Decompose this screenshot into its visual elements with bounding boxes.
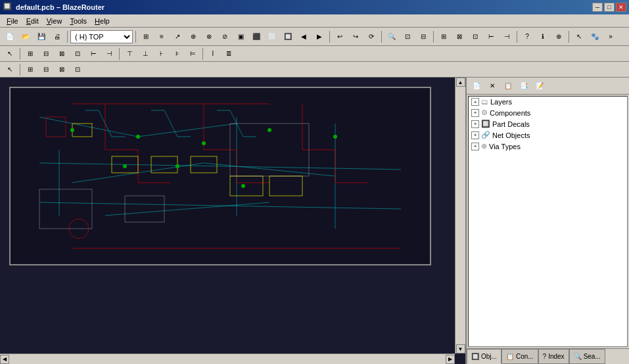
- save-button[interactable]: 💾: [34, 30, 49, 44]
- rp-tab-obj[interactable]: 🔲 Obj...: [467, 349, 501, 364]
- layer-select[interactable]: ( H) TOP ( H) BOTTOM INNER1: [70, 30, 133, 43]
- vscroll-up[interactable]: ▲: [456, 78, 465, 87]
- t2-btn6[interactable]: ⊣: [102, 47, 116, 61]
- t3-btn4[interactable]: ⊡: [70, 62, 85, 77]
- zoom-btn[interactable]: 🔍: [384, 30, 399, 44]
- tb3-btn8[interactable]: ⬛: [249, 30, 264, 44]
- tb3-btn1[interactable]: ⊞: [139, 30, 153, 44]
- pcb-board-svg: [7, 84, 440, 281]
- design-tree[interactable]: + 🗂 Layers + ⚙ Components + 🔲 Part Decal…: [468, 96, 628, 347]
- help-btn[interactable]: ?: [520, 30, 534, 44]
- open-button[interactable]: 📂: [18, 30, 33, 44]
- menu-edit[interactable]: Edit: [22, 16, 43, 26]
- zoom-fit[interactable]: ⊡: [400, 30, 415, 44]
- menu-help[interactable]: Help: [91, 16, 114, 26]
- t2-btn2[interactable]: ⊟: [39, 47, 53, 61]
- t2-btn9[interactable]: ⊦: [154, 47, 168, 61]
- t2-btn5[interactable]: ⊢: [86, 47, 101, 61]
- main-layout: ▲ ▼ ◀ ▶ 📄 ✕ 📋 📑 📝 + 🗂 Layers: [0, 78, 629, 364]
- t2-btn13[interactable]: ≣: [221, 47, 236, 61]
- decals-expander[interactable]: +: [471, 120, 479, 128]
- menu-view[interactable]: View: [43, 16, 66, 26]
- redo-button[interactable]: ↪: [348, 30, 363, 44]
- canvas-hscrollbar[interactable]: ◀ ▶: [0, 353, 455, 364]
- tb3-btn4[interactable]: ⊕: [186, 30, 200, 44]
- t2-btn3[interactable]: ⊠: [55, 47, 69, 61]
- rp-btn1[interactable]: 📄: [469, 79, 484, 93]
- extra-btn1[interactable]: 🐾: [588, 30, 602, 44]
- components-label: Components: [490, 109, 530, 117]
- rp-tab-index[interactable]: ? Index: [538, 349, 569, 364]
- toolbar-1: 📄 📂 💾 🖨 ( H) TOP ( H) BOTTOM INNER1 ⊞ ≡ …: [0, 28, 629, 46]
- t2-btn12[interactable]: I: [206, 47, 220, 61]
- tree-item-components[interactable]: + ⚙ Components: [469, 107, 627, 118]
- cursor-btn[interactable]: ↖: [572, 30, 586, 44]
- tb3-btn7[interactable]: ▣: [233, 30, 248, 44]
- t2-btn1[interactable]: ⊞: [23, 47, 37, 61]
- info-btn1[interactable]: ℹ: [536, 30, 550, 44]
- rp-tab-search[interactable]: 🔍 Sea...: [569, 349, 605, 364]
- close-button[interactable]: ✕: [616, 3, 626, 12]
- rp-btn2[interactable]: 📋: [501, 79, 515, 93]
- sep1: [67, 31, 68, 43]
- tree-item-layers[interactable]: + 🗂 Layers: [469, 97, 627, 107]
- vscroll-down[interactable]: ▼: [456, 344, 465, 353]
- svg-rect-0: [10, 87, 431, 265]
- t3-btn2[interactable]: ⊟: [39, 62, 53, 77]
- undo-button[interactable]: ↩: [333, 30, 347, 44]
- t2-btn11[interactable]: ⊨: [185, 47, 200, 61]
- tb3-btn2[interactable]: ≡: [154, 30, 169, 44]
- svg-point-22: [268, 128, 271, 132]
- sep7: [569, 31, 569, 43]
- t3-btn3[interactable]: ⊠: [55, 62, 69, 77]
- app-icon: 🔲: [3, 2, 13, 12]
- tb3-btn9[interactable]: ⬜: [265, 30, 279, 44]
- tree-item-objects[interactable]: + 🔗 Net Objects: [469, 129, 627, 141]
- rp-close[interactable]: ✕: [485, 79, 500, 93]
- rp-tab-con[interactable]: 📋 Con...: [501, 349, 538, 364]
- route-btn1[interactable]: ⊞: [436, 30, 451, 44]
- minimize-button[interactable]: ─: [592, 3, 603, 12]
- tree-item-decals[interactable]: + 🔲 Part Decals: [469, 118, 627, 129]
- hscroll-right[interactable]: ▶: [446, 355, 455, 364]
- tb3-btn6[interactable]: ⊘: [218, 30, 232, 44]
- t2-btn10[interactable]: ⊧: [170, 47, 184, 61]
- maximize-button[interactable]: □: [604, 3, 615, 12]
- print-button[interactable]: 🖨: [50, 30, 64, 44]
- route-btn3[interactable]: ⊡: [468, 30, 482, 44]
- layers-expander[interactable]: +: [471, 98, 479, 106]
- zoom-win[interactable]: ⊟: [416, 30, 431, 44]
- tree-item-types[interactable]: + ⊕ Via Types: [469, 141, 627, 152]
- t3-btn1[interactable]: ⊞: [23, 62, 37, 77]
- menu-tools[interactable]: Tools: [66, 16, 91, 26]
- info-btn2[interactable]: ⊕: [551, 30, 566, 44]
- svg-point-24: [123, 164, 127, 168]
- t2-btn4[interactable]: ⊡: [70, 47, 85, 61]
- tb3-btn12[interactable]: ▶: [312, 30, 327, 44]
- rp-btn4[interactable]: 📝: [532, 79, 547, 93]
- select-btn[interactable]: ↖: [3, 47, 17, 61]
- hscroll-left[interactable]: ◀: [0, 355, 9, 364]
- more-btn[interactable]: »: [603, 30, 618, 44]
- right-panel-toolbar: 📄 ✕ 📋 📑 📝: [467, 78, 629, 95]
- new-button[interactable]: 📄: [3, 30, 17, 44]
- sep9: [119, 48, 120, 60]
- menu-file[interactable]: File: [3, 16, 22, 26]
- tb3-btn11[interactable]: ◀: [296, 30, 311, 44]
- canvas-vscrollbar[interactable]: ▲ ▼: [455, 78, 465, 353]
- components-expander[interactable]: +: [471, 109, 479, 117]
- pcb-canvas[interactable]: ▲ ▼ ◀ ▶: [0, 78, 466, 364]
- route-btn4[interactable]: ⊢: [484, 30, 498, 44]
- tb3-btn5[interactable]: ⊗: [202, 30, 216, 44]
- t3-select[interactable]: ↖: [3, 62, 17, 77]
- objects-expander[interactable]: +: [471, 131, 479, 139]
- refresh-button[interactable]: ⟳: [364, 30, 379, 44]
- t2-btn8[interactable]: ⊥: [138, 47, 152, 61]
- t2-btn7[interactable]: ⊤: [122, 47, 137, 61]
- tb3-btn3[interactable]: ↗: [170, 30, 185, 44]
- tb3-btn10[interactable]: 🔲: [281, 30, 295, 44]
- route-btn2[interactable]: ⊠: [452, 30, 467, 44]
- rp-btn3[interactable]: 📑: [517, 79, 531, 93]
- route-btn5[interactable]: ⊣: [500, 30, 514, 44]
- types-expander[interactable]: +: [471, 143, 479, 150]
